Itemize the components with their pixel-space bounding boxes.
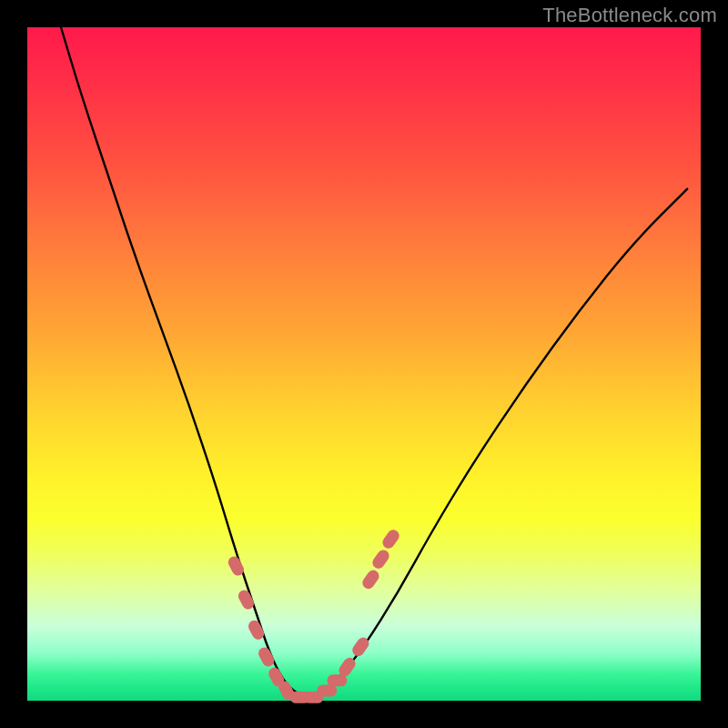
curve-marker — [360, 568, 381, 591]
curve-marker — [247, 619, 267, 642]
plot-area — [27, 27, 701, 701]
bottleneck-curve — [61, 27, 687, 696]
curve-marker — [237, 588, 257, 612]
curve-layer — [27, 27, 701, 701]
chart-frame: TheBottleneck.com — [0, 0, 728, 728]
watermark-text: TheBottleneck.com — [542, 4, 717, 27]
curve-marker — [380, 528, 401, 551]
curve-marker — [257, 645, 277, 669]
curve-marker — [327, 674, 347, 686]
curve-marker — [370, 548, 391, 571]
curve-markers — [226, 528, 401, 703]
curve-marker — [317, 684, 337, 696]
